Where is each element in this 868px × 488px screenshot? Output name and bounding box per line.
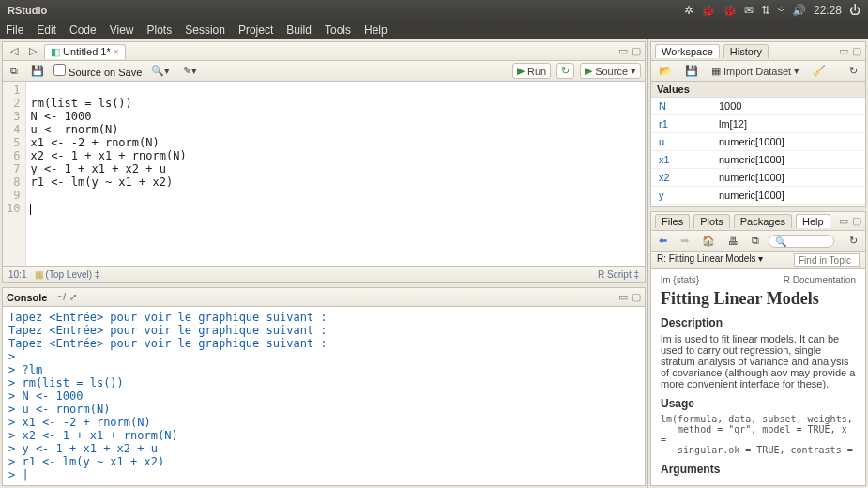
menu-view[interactable]: View [110,23,134,37]
save-icon[interactable]: 💾 [27,64,48,78]
back-icon[interactable]: ◁ [7,44,22,58]
help-title: Fitting Linear Models [661,289,856,309]
menu-bar: File Edit Code View Plots Session Projec… [0,21,868,39]
find-in-topic[interactable] [794,253,860,267]
workspace-row[interactable]: x2numeric[1000] [651,169,865,187]
tab-files[interactable]: Files [655,214,690,228]
help-topic[interactable]: R: Fitting Linear Models [657,253,756,264]
workspace-row[interactable]: ynumeric[1000] [651,187,865,205]
source-button[interactable]: ▶Source ▾ [580,63,641,79]
sound-icon[interactable]: 🔊 [792,4,806,17]
source-toolbar: ⧉ 💾 Source on Save 🔍▾ ✎▾ ▶Run ↻ ▶Source … [3,61,645,82]
help-print-icon[interactable]: 🖶 [724,235,742,248]
source-pane: ◁ ▷ ◧ Untitled 1* × ▭ ▢ ⧉ 💾 Source on Sa… [2,41,646,283]
clear-ws-icon[interactable]: 🧹 [809,64,830,78]
menu-build[interactable]: Build [286,23,312,37]
popout-icon[interactable]: ⧉ [7,64,22,78]
help-content[interactable]: lm {stats} R Documentation Fitting Linea… [651,269,865,485]
code-area[interactable]: rm(list = ls())N <- 1000u <- rnorm(N)x1 … [26,82,190,266]
help-doclabel: R Documentation [784,275,856,285]
help-home-icon[interactable]: 🏠 [698,234,719,248]
help-refresh-icon[interactable]: ↻ [845,234,861,248]
minimize-icon[interactable]: ▭ [618,45,628,57]
help-usage: lm(formula, data, subset, weights, metho… [661,414,856,455]
maximize-icon[interactable]: ▢ [632,45,641,57]
help-fwd-icon[interactable]: ➡ [677,234,693,248]
tab-workspace[interactable]: Workspace [655,44,720,58]
help-usage-head: Usage [661,397,856,410]
help-popout-icon[interactable]: ⧉ [748,234,763,248]
tab-help[interactable]: Help [796,214,830,228]
console-title: Console [7,292,47,303]
load-ws-icon[interactable]: 📂 [655,64,676,78]
bug-icon[interactable]: 🐞 [701,4,715,17]
app-title: RStudio [8,5,47,16]
network-icon[interactable]: ⇅ [761,4,770,17]
help-back-icon[interactable]: ⬅ [655,234,671,248]
workspace-row[interactable]: r1lm[12] [651,115,865,133]
menu-code[interactable]: Code [69,23,97,37]
refresh-ws-icon[interactable]: ↻ [845,64,861,78]
source-tabbar: ◁ ▷ ◧ Untitled 1* × ▭ ▢ [3,42,645,61]
menu-edit[interactable]: Edit [37,23,56,37]
help-desc-head: Description [661,316,856,329]
menu-project[interactable]: Project [238,23,273,37]
rerun-button[interactable]: ↻ [556,63,574,79]
help-pane: Files Plots Packages Help ▭▢ ⬅ ➡ 🏠 🖶 ⧉ 🔍… [650,211,866,486]
tab-plots[interactable]: Plots [693,214,729,228]
console-max-icon[interactable]: ▢ [632,291,641,303]
wifi-icon[interactable]: ⌔ [778,4,784,17]
clock[interactable]: 22:28 [814,4,842,17]
ws-max-icon[interactable]: ▢ [852,45,861,57]
menu-file[interactable]: File [6,23,23,37]
values-header: Values [651,82,865,98]
source-on-save-check[interactable] [53,64,66,76]
workspace-toolbar: 📂 💾 ▦ Import Dataset ▾ 🧹 ↻ [651,61,865,82]
editor-status: 10:1 ▦ (Top Level) ‡ R Script ‡ [3,266,645,282]
tab-packages[interactable]: Packages [734,214,792,228]
fwd-icon[interactable]: ▷ [25,44,40,58]
workspace-table: N1000r1lm[12]unumeric[1000]x1numeric[100… [651,98,865,205]
power-icon[interactable]: ⏻ [849,4,860,17]
console-path: ~/ [57,292,66,302]
console-tabbar: Console ~/ ⤢ ▭ ▢ [3,288,645,307]
console-output[interactable]: Tapez <Entrée> pour voir le graphique su… [3,307,645,485]
menu-session[interactable]: Session [185,23,225,37]
file-icon: ◧ [51,46,60,58]
menu-plots[interactable]: Plots [147,23,173,37]
wand-icon[interactable]: ✎▾ [179,64,201,78]
scope[interactable]: (Top Level) ‡ [46,269,100,280]
console-expand-icon[interactable]: ⤢ [69,292,77,302]
console-min-icon[interactable]: ▭ [618,291,628,303]
help-min-icon[interactable]: ▭ [839,215,848,227]
workspace-tabs: Workspace History ▭▢ [651,42,865,61]
source-on-save[interactable]: Source on Save [53,64,142,78]
system-tray: ✲ 🐞 🐞 ✉ ⇅ ⌔ 🔊 22:28 ⏻ [684,4,860,17]
workspace-row[interactable]: x1numeric[1000] [651,151,865,169]
workspace-row[interactable]: N1000 [651,98,865,115]
code-editor[interactable]: 12345678910 rm(list = ls())N <- 1000u <-… [3,82,645,266]
help-toolbar: ⬅ ➡ 🏠 🖶 ⧉ 🔍 ↻ [651,231,865,252]
find-icon[interactable]: 🔍▾ [147,64,174,78]
help-pkg: lm {stats} [661,275,699,285]
source-tab[interactable]: ◧ Untitled 1* × [44,44,126,59]
ws-min-icon[interactable]: ▭ [839,45,848,57]
tab-label: Untitled 1* [63,46,111,57]
help-args-head: Arguments [661,463,856,476]
import-dataset-button[interactable]: ▦ Import Dataset ▾ [708,64,803,78]
flower-icon[interactable]: ✲ [684,4,693,17]
save-ws-icon[interactable]: 💾 [681,64,702,78]
bug2-icon[interactable]: 🐞 [723,4,737,17]
cursor-pos: 10:1 [8,269,26,280]
menu-help[interactable]: Help [364,23,388,37]
close-tab-icon[interactable]: × [114,47,119,57]
file-type[interactable]: R Script ‡ [598,269,639,280]
tab-history[interactable]: History [723,44,769,58]
help-search[interactable]: 🔍 [769,235,834,248]
run-button[interactable]: ▶Run [512,63,551,79]
help-max-icon[interactable]: ▢ [852,215,861,227]
mail-icon[interactable]: ✉ [744,4,754,17]
menu-tools[interactable]: Tools [325,23,351,37]
workspace-row[interactable]: unumeric[1000] [651,133,865,151]
gutter: 12345678910 [3,82,26,266]
